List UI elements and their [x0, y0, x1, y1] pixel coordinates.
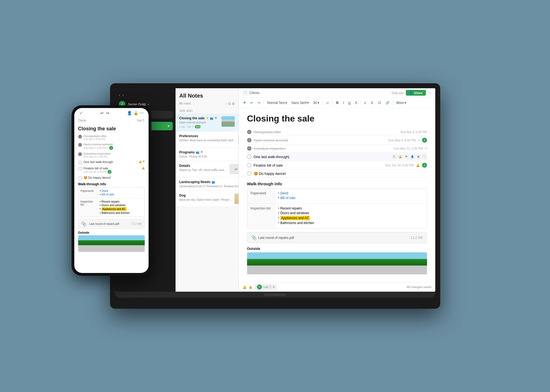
checklist-button[interactable]: ☑	[376, 100, 383, 106]
avatar: J	[109, 146, 113, 150]
link-button[interactable]: 🔗	[384, 100, 391, 106]
filter-icons[interactable]: ↕ ⊟ ⊞	[225, 102, 235, 106]
more-icon[interactable]: ⋯	[422, 154, 427, 159]
bell-icon[interactable]: 🔔	[243, 285, 247, 289]
bill-of-sale-link[interactable]: Bill of sale	[280, 196, 295, 200]
filter-icon[interactable]: ⊟	[228, 102, 231, 106]
redo-icon[interactable]: ↪	[106, 111, 109, 115]
editor-top-left: 📄 Clients	[243, 91, 260, 95]
note-title: Preferences	[179, 134, 198, 138]
font-color-button[interactable]: A	[353, 100, 359, 106]
person-icon[interactable]: 👤	[127, 111, 132, 115]
flag-icon: ⚑	[143, 160, 145, 163]
task-checkbox[interactable]	[247, 154, 251, 159]
toolbar-separator	[264, 100, 264, 105]
plus-button[interactable]: +	[242, 99, 248, 106]
more-icon[interactable]: ⋯	[140, 111, 144, 115]
privacy-label: Only you	[392, 91, 404, 95]
notes-count-row: 86 notes ↕ ⊟ ⊞	[176, 101, 239, 107]
phone-checkbox[interactable]	[78, 176, 82, 180]
task-row-inspection[interactable]: ✓ Schedule inspection Due May 21, 2:30 P…	[247, 145, 427, 153]
underline-button[interactable]: U	[347, 100, 352, 106]
note-item-details[interactable]: Details Airport by 7am. off, check traff…	[176, 161, 239, 177]
avatar: J	[108, 170, 111, 174]
phone-deed-link[interactable]: Deed	[102, 189, 108, 192]
copy-icon[interactable]: ⎘	[392, 154, 397, 159]
undo-button[interactable]: ↩	[249, 100, 255, 106]
sort-icon[interactable]: ↕	[225, 102, 227, 106]
phone-task-sub: Due Jun 24, 5:30 PM	[84, 170, 107, 173]
bullet-list-button[interactable]: ≡	[363, 100, 368, 106]
font-dropdown[interactable]: Sans Serif ▾	[290, 100, 310, 106]
task-checkbox[interactable]	[247, 171, 251, 176]
breadcrumb[interactable]: Clients	[250, 91, 260, 95]
add-icon[interactable]: +	[425, 147, 427, 150]
nav-back-icon[interactable]: ‹	[119, 93, 120, 98]
task-row-bill-of-sale[interactable]: Finalize bill of sale Due Jun 24, 5:30 P…	[247, 161, 427, 170]
person-icon[interactable]: 👤	[410, 154, 415, 159]
phone-task-bill[interactable]: Finalize bill of sale Due Jun 24, 5:30 P…	[78, 167, 145, 174]
note-item-preferences[interactable]: Preferences Kitchen: Must have an counte…	[176, 131, 239, 148]
more-icon[interactable]: ⋯	[428, 91, 431, 95]
bell-icon[interactable]: 🔒	[133, 111, 138, 115]
phone-checkbox[interactable]	[78, 143, 82, 147]
people-icon: 👥	[196, 151, 199, 154]
deed-link[interactable]: Deed	[280, 191, 288, 195]
phone-checkbox[interactable]	[78, 135, 82, 139]
task-row-walkthrough[interactable]: One last walk-through| ⎘ 🔔 ⚑ 👤 🗑 ⋯	[247, 153, 427, 161]
nav-arrows: ‹ ›	[115, 91, 176, 99]
pdf-size: 13.2 MB	[411, 236, 423, 240]
phone-bill-link[interactable]: Bill of sale	[102, 193, 114, 196]
lock-icon[interactable]: 🔒	[249, 285, 253, 289]
phone-inspection-label: Inspection list	[78, 198, 98, 217]
bell-icon[interactable]: 🔔	[398, 154, 403, 159]
note-icon: 📄	[243, 91, 247, 95]
note-item-landscaping[interactable]: Landscaping Needs 👥 Landscaping to-do 17…	[176, 177, 239, 191]
task-checkbox[interactable]	[247, 163, 251, 167]
phone-checkbox[interactable]	[78, 152, 82, 156]
task-row-escrow[interactable]: ✓ Open escrow account Due May 4, 4:30 PM…	[247, 136, 427, 145]
phone-pdf-size: 13.2 MB	[131, 222, 141, 225]
redo-button[interactable]: ↪	[256, 100, 262, 106]
phone-task-dance[interactable]: 🤩 Do happy dance!	[78, 176, 145, 180]
nav-fwd-icon[interactable]: ›	[122, 93, 124, 98]
outside-image	[247, 252, 427, 274]
share-label: Share	[414, 91, 423, 95]
editor-title[interactable]: Closing the sale	[247, 114, 427, 124]
task-checkbox[interactable]: ✓	[247, 146, 251, 151]
phone-checkbox[interactable]	[78, 167, 82, 171]
outside-label: Outside	[247, 247, 427, 251]
phone-paperwork-value: Deed Bill of sale	[98, 188, 144, 198]
trash-icon[interactable]: 🗑	[416, 154, 421, 159]
note-item-closing-sale[interactable]: Closing the sale ★ 👥 ⚑ Open escrow accou…	[176, 114, 239, 131]
note-preview: Landscaping to-do 17 Pinewood Ln. Replac…	[179, 185, 239, 188]
note-item-programs[interactable]: Programs 👥 ⚑ Dance · Pickup at 5:30.	[176, 148, 239, 161]
pdf-attachment[interactable]: 📎 Last round of repairs.pdf 13.2 MB	[247, 232, 427, 243]
note-item-dog[interactable]: Dog twice per day. Space hours apart. Pl…	[176, 191, 239, 207]
task-checkbox[interactable]: ✓	[247, 138, 251, 142]
grid-icon[interactable]: ⊞	[232, 102, 235, 106]
more-button[interactable]: More ▾	[395, 100, 408, 106]
emoji-button[interactable]: ☺	[324, 100, 331, 106]
italic-button[interactable]: I	[341, 100, 345, 106]
undo-icon[interactable]: ↩	[100, 111, 104, 115]
format-toolbar: + ↩ ↪ Normal Text ▾ Sans Serif ▾ 30 ▾ ☺ …	[239, 98, 435, 108]
numbered-list-button[interactable]: ①	[369, 100, 375, 106]
phone-task-schedule[interactable]: Schedule inspection Due May 21, 2:30 PM	[78, 152, 145, 158]
phone-task-walkthrough[interactable]: One last walk-through 🔔 ⚑	[78, 160, 145, 164]
phone-task-escrow[interactable]: Open escrow account Due May 4, 4:30 PM ≡…	[78, 143, 145, 150]
task-row-happy-dance[interactable]: 🤩 Do happy dance!	[247, 170, 427, 178]
yuki-badge[interactable]: Y Yuki T. ▾	[255, 284, 277, 290]
task-text[interactable]: One last walk-through|	[254, 155, 289, 159]
flag-icon[interactable]: ⚑	[404, 154, 409, 159]
phone-pdf-attachment[interactable]: 📎 Last round of repairs.pdf 13.2 MB	[78, 219, 145, 229]
walkthrough-section: Walk-through info Paperwork Deed Bill of…	[247, 181, 427, 229]
task-checkbox[interactable]: ✓	[247, 130, 251, 134]
phone-checkbox[interactable]	[78, 161, 82, 164]
share-button[interactable]: 👤 Share	[406, 90, 426, 96]
font-size-dropdown[interactable]: 30 ▾	[311, 100, 321, 106]
normal-text-dropdown[interactable]: Normal Text ▾	[266, 100, 289, 106]
task-row-renegotiate[interactable]: ✓ Renegotiate offer Due Apr 3, 5:30 PM	[247, 128, 427, 136]
bold-button[interactable]: B	[335, 100, 340, 106]
phone-task-renegotiate[interactable]: Renegotiate offer Due Apr 3, 5:30 PM	[78, 134, 145, 140]
